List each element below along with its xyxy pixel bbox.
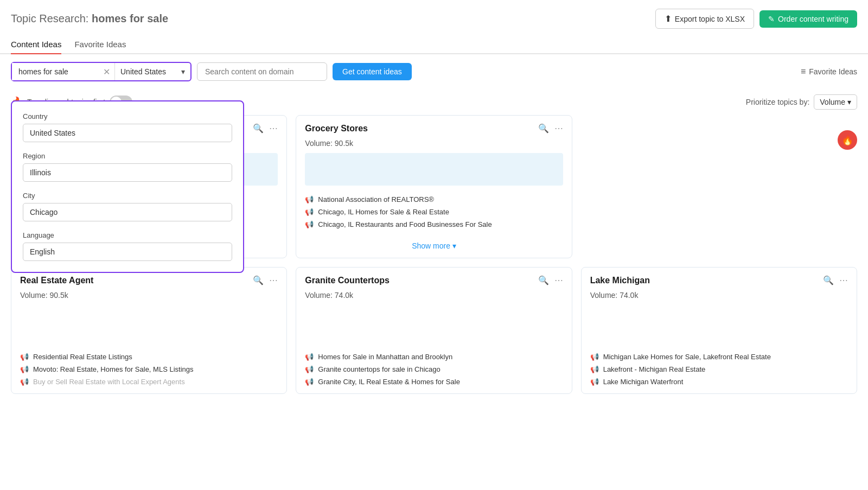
- card-chart-granite: [296, 305, 571, 348]
- list-item: 📢 Granite countertops for sale in Chicag…: [305, 363, 563, 376]
- city-input[interactable]: [23, 203, 232, 221]
- search-icon[interactable]: 🔍: [253, 123, 264, 133]
- megaphone-icon: 📢: [590, 353, 599, 361]
- megaphone-icon: 📢: [590, 378, 599, 386]
- tabs: Content Ideas Favorite Ideas: [0, 29, 868, 54]
- card-actions-grocery: 🔍 ⋯: [538, 123, 563, 133]
- card-header-grocery: Grocery Stores 🔍 ⋯: [296, 116, 571, 139]
- show-more-link[interactable]: Show more ▾: [412, 241, 456, 250]
- more-icon[interactable]: ⋯: [554, 123, 563, 133]
- megaphone-icon: 📢: [305, 378, 314, 386]
- card-volume-grocery: Volume: 90.5k: [296, 139, 571, 153]
- megaphone-icon: 📢: [590, 365, 599, 373]
- card-volume-rea: Volume: 90.5k: [11, 291, 286, 305]
- keyword-input[interactable]: [12, 63, 99, 80]
- megaphone-icon: 📢: [20, 353, 29, 361]
- megaphone-icon: 📢: [305, 365, 314, 373]
- card-granite: Granite Countertops 🔍 ⋯ Volume: 74.0k 📢 …: [296, 267, 572, 394]
- list-item: 📢 Residential Real Estate Listings: [20, 351, 278, 363]
- card-grocery: Grocery Stores 🔍 ⋯ Volume: 90.5k 📢 Natio…: [296, 115, 572, 258]
- card-header-granite: Granite Countertops 🔍 ⋯: [296, 268, 571, 291]
- card-volume-granite: Volume: 74.0k: [296, 291, 571, 305]
- card-items-lake: 📢 Michigan Lake Homes for Sale, Lakefron…: [582, 348, 857, 393]
- megaphone-icon: 📢: [20, 378, 29, 386]
- favorite-ideas-link[interactable]: ≡ Favorite Ideas: [801, 67, 857, 77]
- search-icon[interactable]: 🔍: [823, 275, 834, 285]
- search-icon[interactable]: 🔍: [538, 123, 549, 133]
- export-button[interactable]: ⬆ Export topic to XLSX: [655, 9, 754, 29]
- clear-keyword-icon[interactable]: ✕: [99, 67, 114, 77]
- more-icon[interactable]: ⋯: [269, 123, 278, 133]
- city-field: City: [23, 192, 232, 221]
- card-actions-rea: 🔍 ⋯: [253, 275, 278, 285]
- page-title: Topic Research: homes for sale: [11, 12, 168, 25]
- megaphone-icon: 📢: [305, 208, 314, 216]
- search-domain-input[interactable]: [197, 62, 327, 81]
- language-input[interactable]: [23, 243, 232, 261]
- cards-grid-row2: Real Estate Agent 🔍 ⋯ Volume: 90.5k 📢 Re…: [11, 267, 857, 394]
- header: Topic Research: homes for sale ⬆ Export …: [0, 0, 868, 29]
- tab-favorite-ideas[interactable]: Favorite Ideas: [74, 35, 126, 53]
- pencil-icon: ✎: [768, 15, 775, 23]
- megaphone-icon: 📢: [305, 195, 314, 203]
- card-volume-lake: Volume: 74.0k: [582, 291, 857, 305]
- card-real-estate-agent: Real Estate Agent 🔍 ⋯ Volume: 90.5k 📢 Re…: [11, 267, 287, 394]
- location-dropdown: Country Region City Language: [11, 100, 244, 273]
- list-item: 📢 Lakefront - Michigan Real Estate: [590, 363, 848, 376]
- list-item: 📢 Michigan Lake Homes for Sale, Lakefron…: [590, 351, 848, 363]
- list-item: 📢 Chicago, IL Restaurants and Food Busin…: [305, 218, 563, 231]
- list-icon: ≡: [801, 67, 806, 77]
- region-input[interactable]: [23, 163, 232, 182]
- card-actions-granite: 🔍 ⋯: [538, 275, 563, 285]
- list-item: 📢 Movoto: Real Estate, Homes for Sale, M…: [20, 363, 278, 376]
- country-field: Country: [23, 112, 232, 142]
- trending-badge[interactable]: 🔥: [838, 130, 857, 150]
- card-items-grocery: 📢 National Association of REALTORS® 📢 Ch…: [296, 191, 571, 236]
- card-chart-grocery: [305, 153, 563, 186]
- prioritize-wrap: Prioritize topics by: Volume ▾: [746, 94, 857, 110]
- more-icon[interactable]: ⋯: [269, 275, 278, 285]
- order-writing-button[interactable]: ✎ Order content writing: [760, 10, 857, 28]
- card-header-lake: Lake Michigan 🔍 ⋯: [582, 268, 857, 291]
- toolbar: ✕ United States ▾ Get content ideas ≡ Fa…: [0, 54, 868, 89]
- more-icon[interactable]: ⋯: [839, 275, 848, 285]
- card-actions-lake: 🔍 ⋯: [823, 275, 848, 285]
- card-lake-michigan: Lake Michigan 🔍 ⋯ Volume: 74.0k 📢 Michig…: [581, 267, 857, 394]
- show-more-grocery: Show more ▾: [296, 236, 571, 258]
- chevron-down-icon: ▾: [181, 67, 185, 76]
- country-input[interactable]: [23, 124, 232, 142]
- country-select[interactable]: United States ▾: [114, 63, 190, 80]
- search-icon[interactable]: 🔍: [253, 275, 264, 285]
- language-field: Language: [23, 231, 232, 261]
- region-field: Region: [23, 152, 232, 182]
- list-item: 📢 Buy or Sell Real Estate with Local Exp…: [20, 376, 278, 388]
- header-actions: ⬆ Export topic to XLSX ✎ Order content w…: [655, 9, 857, 29]
- export-icon: ⬆: [665, 14, 672, 24]
- tab-content-ideas[interactable]: Content Ideas: [11, 35, 61, 53]
- megaphone-icon: 📢: [305, 353, 314, 361]
- more-icon[interactable]: ⋯: [554, 275, 563, 285]
- list-item: 📢 Homes for Sale in Manhattan and Brookl…: [305, 351, 563, 363]
- card-chart-rea: [11, 305, 286, 348]
- list-item: 📢 Granite City, IL Real Estate & Homes f…: [305, 376, 563, 388]
- card-items-rea: 📢 Residential Real Estate Listings 📢 Mov…: [11, 348, 286, 393]
- card-chart-lake: [582, 305, 857, 348]
- search-icon[interactable]: 🔍: [538, 275, 549, 285]
- card-items-granite: 📢 Homes for Sale in Manhattan and Brookl…: [296, 348, 571, 393]
- megaphone-icon: 📢: [305, 220, 314, 228]
- list-item: 📢 Chicago, IL Homes for Sale & Real Esta…: [305, 206, 563, 218]
- volume-select[interactable]: Volume ▾: [814, 94, 857, 110]
- keyword-country-wrap: ✕ United States ▾: [11, 62, 192, 81]
- get-content-ideas-button[interactable]: Get content ideas: [333, 63, 412, 80]
- list-item: 📢 Lake Michigan Waterfront: [590, 376, 848, 388]
- list-item: 📢 National Association of REALTORS®: [305, 193, 563, 206]
- megaphone-icon: 📢: [20, 365, 29, 373]
- card-actions-zillow: 🔍 ⋯: [253, 123, 278, 133]
- volume-chevron-icon: ▾: [847, 98, 851, 106]
